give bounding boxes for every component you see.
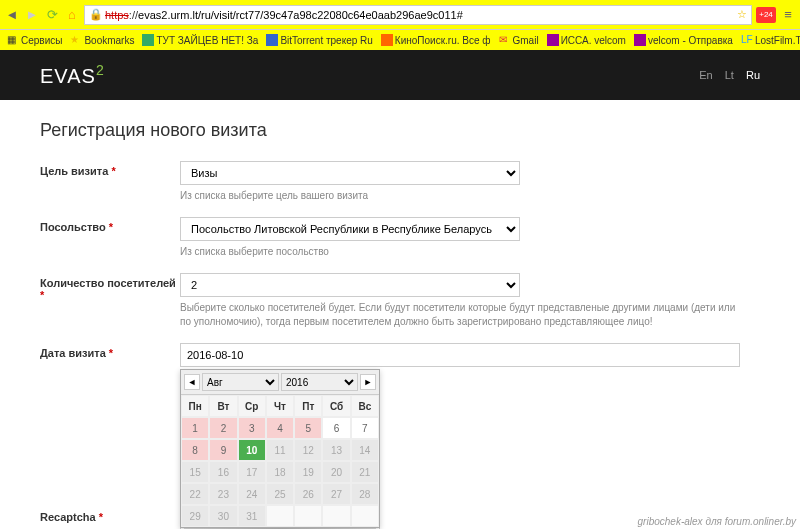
row-purpose: Цель визита * Визы Из списка выберите це…	[40, 161, 760, 203]
dp-day[interactable]: 9	[209, 439, 237, 461]
dp-day[interactable]: 2	[209, 417, 237, 439]
site-icon	[266, 34, 278, 46]
dp-dow: Пт	[294, 395, 322, 417]
bookmarks-bar: ▦Сервисы ★Bookmarks ТУТ ЗАЙЦЕВ НЕТ! За B…	[0, 30, 800, 50]
dp-day[interactable]: 3	[238, 417, 266, 439]
dp-day[interactable]: 29	[181, 505, 209, 527]
menu-button[interactable]: ≡	[780, 7, 796, 23]
label-recaptcha: Recaptcha *	[40, 507, 180, 523]
dp-day[interactable]: 8	[181, 439, 209, 461]
bookmark-item[interactable]: КиноПоиск.ru. Все ф	[378, 34, 494, 46]
lang-lt[interactable]: Lt	[725, 69, 734, 81]
bookmark-item[interactable]: ТУТ ЗАЙЦЕВ НЕТ! За	[139, 34, 261, 46]
label-purpose: Цель визита *	[40, 161, 180, 177]
dp-day	[351, 505, 379, 527]
row-date: Дата визита * ◄ Авг 2016 ► ПнВтСрЧтПтСбВ…	[40, 343, 760, 367]
site-header: EVAS2 En Lt Ru	[0, 50, 800, 100]
dp-day	[266, 505, 294, 527]
label-embassy: Посольство *	[40, 217, 180, 233]
watermark: gribochek-alex для forum.onliner.by	[638, 516, 796, 527]
dp-day[interactable]: 30	[209, 505, 237, 527]
row-visitors: Количество посетителей * 2 Выберите скол…	[40, 273, 760, 329]
bookmark-item[interactable]: ✉Gmail	[496, 34, 542, 46]
site-icon	[634, 34, 646, 46]
label-date: Дата визита *	[40, 343, 180, 359]
bookmark-item[interactable]: velcom - Отправка	[631, 34, 736, 46]
dp-day[interactable]: 13	[322, 439, 350, 461]
hint-purpose: Из списка выберите цель вашего визита	[180, 189, 740, 203]
browser-toolbar: ◄ ► ⟳ ⌂ 🔒 https:// ☆ +24 ≡	[0, 0, 800, 30]
dp-day[interactable]: 5	[294, 417, 322, 439]
dp-month[interactable]: Авг	[202, 373, 279, 391]
select-visitors[interactable]: 2	[180, 273, 520, 297]
lang-en[interactable]: En	[699, 69, 712, 81]
input-date[interactable]	[180, 343, 740, 367]
dp-day[interactable]: 23	[209, 483, 237, 505]
site-icon	[381, 34, 393, 46]
select-purpose[interactable]: Визы	[180, 161, 520, 185]
dp-day[interactable]: 21	[351, 461, 379, 483]
dp-day[interactable]: 31	[238, 505, 266, 527]
dp-day[interactable]: 28	[351, 483, 379, 505]
forward-button[interactable]: ►	[24, 7, 40, 23]
dp-dow: Ср	[238, 395, 266, 417]
reload-button[interactable]: ⟳	[44, 7, 60, 23]
content: Регистрация нового визита Цель визита * …	[0, 100, 800, 529]
dp-day[interactable]: 1	[181, 417, 209, 439]
dp-day[interactable]: 20	[322, 461, 350, 483]
bookmark-item[interactable]: ★Bookmarks	[67, 34, 137, 46]
extension-badge[interactable]: +24	[756, 7, 776, 23]
dp-day[interactable]: 14	[351, 439, 379, 461]
site-icon	[547, 34, 559, 46]
dp-day[interactable]: 18	[266, 461, 294, 483]
dp-grid: ПнВтСрЧтПтСбВс12345678910111213141516171…	[181, 395, 379, 527]
hint-embassy: Из списка выберите посольство	[180, 245, 740, 259]
dp-dow: Вс	[351, 395, 379, 417]
row-embassy: Посольство * Посольство Литовской Респуб…	[40, 217, 760, 259]
dp-day	[294, 505, 322, 527]
label-visitors: Количество посетителей *	[40, 273, 180, 301]
dp-dow: Чт	[266, 395, 294, 417]
dp-next[interactable]: ►	[360, 374, 376, 390]
url-bar[interactable]: 🔒 https:// ☆	[84, 5, 752, 25]
gmail-icon: ✉	[499, 34, 511, 46]
dp-day[interactable]: 17	[238, 461, 266, 483]
dp-day[interactable]: 24	[238, 483, 266, 505]
dp-day[interactable]: 27	[322, 483, 350, 505]
dp-day[interactable]: 4	[266, 417, 294, 439]
lang-switcher: En Lt Ru	[699, 69, 760, 81]
protocol-strike: https	[105, 9, 129, 21]
dp-day[interactable]: 12	[294, 439, 322, 461]
dp-year[interactable]: 2016	[281, 373, 358, 391]
bookmark-item[interactable]: ▦Сервисы	[4, 34, 65, 46]
star-icon: ★	[70, 34, 82, 46]
page-title: Регистрация нового визита	[40, 120, 760, 141]
dp-day[interactable]: 6	[322, 417, 350, 439]
dp-day[interactable]: 7	[351, 417, 379, 439]
dp-day[interactable]: 11	[266, 439, 294, 461]
bookmark-item[interactable]: ИССА. velcom	[544, 34, 629, 46]
dp-prev[interactable]: ◄	[184, 374, 200, 390]
home-button[interactable]: ⌂	[64, 7, 80, 23]
site-icon	[142, 34, 154, 46]
bookmark-star-icon[interactable]: ☆	[737, 8, 747, 21]
dp-day[interactable]: 15	[181, 461, 209, 483]
dp-day[interactable]: 10	[238, 439, 266, 461]
dp-day[interactable]: 25	[266, 483, 294, 505]
bookmark-item[interactable]: BitTorrent трекер Ru	[263, 34, 375, 46]
dp-day[interactable]: 16	[209, 461, 237, 483]
dp-day[interactable]: 19	[294, 461, 322, 483]
back-button[interactable]: ◄	[4, 7, 20, 23]
bookmark-item[interactable]: LFLostFilm.TV. Сериал	[738, 34, 800, 46]
logo: EVAS2	[40, 62, 105, 88]
dp-day	[322, 505, 350, 527]
url-input[interactable]	[138, 9, 737, 21]
lang-ru[interactable]: Ru	[746, 69, 760, 81]
dp-day[interactable]: 22	[181, 483, 209, 505]
lock-icon: 🔒	[89, 8, 103, 21]
grid-icon: ▦	[7, 34, 19, 46]
dp-dow: Вт	[209, 395, 237, 417]
datepicker: ◄ Авг 2016 ► ПнВтСрЧтПтСбВс1234567891011…	[180, 369, 380, 528]
select-embassy[interactable]: Посольство Литовской Республики в Респуб…	[180, 217, 520, 241]
dp-day[interactable]: 26	[294, 483, 322, 505]
